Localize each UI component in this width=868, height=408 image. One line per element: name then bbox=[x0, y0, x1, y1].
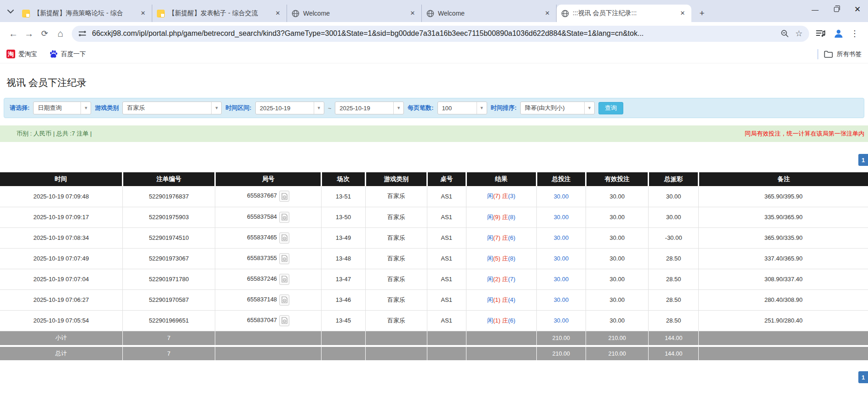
cell-time: 2025-10-19 07:09:17 bbox=[0, 207, 122, 227]
banker-label: 庄 bbox=[502, 276, 508, 283]
banker-score: (6) bbox=[508, 317, 516, 324]
browser-tab-5[interactable]: :::视讯 会员下注纪录:::✕ bbox=[557, 5, 691, 22]
table-row: 2025-10-19 07:06:27522901970587655837148… bbox=[0, 289, 868, 310]
url-text[interactable]: 66cxkj98.com/ipl/portal.php/game/betreco… bbox=[92, 29, 774, 38]
total-bet-link[interactable]: 30.00 bbox=[554, 317, 569, 324]
all-bookmarks-button[interactable]: 所有书签 bbox=[824, 50, 862, 58]
player-label: 闲 bbox=[487, 255, 493, 262]
cell-session: 13-48 bbox=[321, 248, 365, 269]
grand-total-row: 总计7210.00210.00144.00 bbox=[0, 346, 868, 361]
player-score: (5) bbox=[493, 255, 502, 262]
column-header-9: 有效投注 bbox=[586, 172, 649, 186]
cell-valid-bet: 30.00 bbox=[586, 310, 649, 331]
cell-valid-bet: 30.00 bbox=[586, 207, 649, 227]
cell-note: 280.40/308.90 bbox=[699, 289, 868, 310]
cell-valid-bet: 30.00 bbox=[586, 269, 649, 289]
video-replay-icon[interactable] bbox=[279, 253, 289, 264]
bookmark-item-aitaobao[interactable]: 淘 爱淘宝 bbox=[6, 50, 37, 58]
per-page-select[interactable]: 100 ▼ bbox=[437, 102, 487, 114]
video-replay-icon[interactable] bbox=[279, 232, 289, 244]
tab-close-icon[interactable]: ✕ bbox=[274, 9, 282, 17]
page-title: 视讯 会员下注纪录 bbox=[6, 76, 868, 89]
new-tab-button[interactable]: + bbox=[696, 7, 708, 19]
forward-icon[interactable]: → bbox=[21, 26, 37, 41]
cell-result: 闲(7) 庄(3) bbox=[466, 186, 536, 207]
url-bar[interactable]: 66cxkj98.com/ipl/portal.php/game/betreco… bbox=[72, 26, 809, 42]
banker-label: 庄 bbox=[502, 214, 508, 221]
query-type-select[interactable]: 日期查询 ▼ bbox=[33, 102, 91, 114]
close-window-button[interactable]: ✕ bbox=[847, 0, 868, 18]
total-bet-link[interactable]: 30.00 bbox=[554, 193, 569, 200]
tab-close-icon[interactable]: ✕ bbox=[139, 9, 147, 17]
round-id-text: 655837465 bbox=[247, 234, 277, 241]
search-button[interactable]: 查询 bbox=[598, 102, 623, 114]
column-header-2: 注单编号 bbox=[122, 172, 215, 186]
zoom-out-icon[interactable] bbox=[781, 29, 789, 38]
cell-table-no: AS1 bbox=[427, 227, 466, 248]
select-type-label: 请选择: bbox=[10, 104, 29, 112]
browser-tab-4[interactable]: Welcome✕ bbox=[422, 5, 557, 22]
tab-close-icon[interactable]: ✕ bbox=[678, 9, 687, 17]
page-number-button[interactable]: 1 bbox=[858, 154, 868, 166]
media-controls-icon[interactable] bbox=[816, 29, 826, 38]
date-to-select[interactable]: 2025-10-19 ▼ bbox=[335, 102, 404, 114]
tab-close-icon[interactable]: ✕ bbox=[408, 9, 417, 17]
back-icon[interactable]: ← bbox=[6, 26, 21, 41]
table-row: 2025-10-19 07:07:04522901971780655837246… bbox=[0, 269, 868, 289]
video-replay-icon[interactable] bbox=[279, 212, 289, 223]
table-row: 2025-10-19 07:07:49522901973067655837355… bbox=[0, 248, 868, 269]
cell-round-id: 655837246 bbox=[215, 269, 321, 289]
cell-session: 13-51 bbox=[321, 186, 365, 207]
column-header-6: 桌号 bbox=[427, 172, 466, 186]
currency-summary-text: 币别 : 人民币 | 总共 :7 注单 | bbox=[0, 130, 92, 138]
total-bet-link[interactable]: 30.00 bbox=[554, 276, 569, 283]
reload-icon[interactable]: ⟳ bbox=[37, 26, 52, 41]
video-replay-icon[interactable] bbox=[279, 191, 289, 202]
cell-payout: -30.00 bbox=[649, 227, 699, 248]
player-score: (7) bbox=[493, 193, 502, 199]
browser-tab-1[interactable]: 【新提醒】海燕策略论坛 - 综合✕ bbox=[17, 5, 152, 22]
page-number-button[interactable]: 1 bbox=[858, 371, 868, 383]
cell-payout: 28.50 bbox=[649, 289, 699, 310]
total-bet-link[interactable]: 30.00 bbox=[554, 296, 569, 303]
total-bet-link[interactable]: 30.00 bbox=[554, 234, 569, 241]
time-sort-select[interactable]: 降幂(由大到小) ▼ bbox=[520, 102, 595, 114]
banker-score: (8) bbox=[508, 255, 516, 262]
date-from-select[interactable]: 2025-10-19 ▼ bbox=[255, 102, 324, 114]
cell-valid-bet: 30.00 bbox=[586, 289, 649, 310]
column-header-1: 时间 bbox=[0, 172, 122, 186]
round-id-text: 655837667 bbox=[247, 193, 277, 199]
minimize-button[interactable]: — bbox=[805, 0, 826, 18]
totals-cell-8: 210.00 bbox=[536, 331, 586, 346]
folder-icon bbox=[824, 51, 833, 58]
video-replay-icon[interactable] bbox=[279, 295, 289, 306]
site-info-icon[interactable] bbox=[78, 30, 86, 37]
bookmark-item-baidu[interactable]: 百度一下 bbox=[49, 50, 86, 58]
tab-close-icon[interactable]: ✕ bbox=[543, 9, 552, 17]
video-replay-icon[interactable] bbox=[279, 315, 289, 326]
browser-tab-2[interactable]: 【新提醒】发表帖子 - 综合交流✕ bbox=[152, 5, 287, 22]
game-type-select[interactable]: 百家乐 ▼ bbox=[122, 102, 222, 114]
total-bet-link[interactable]: 30.00 bbox=[554, 214, 569, 221]
cell-game: 百家乐 bbox=[365, 207, 427, 227]
totals-cell-2: 7 bbox=[122, 346, 215, 361]
cell-game: 百家乐 bbox=[365, 269, 427, 289]
totals-cell-8: 210.00 bbox=[536, 346, 586, 361]
tab-search-chevron-icon[interactable] bbox=[6, 6, 16, 17]
bookmark-star-icon[interactable]: ☆ bbox=[795, 28, 803, 39]
video-replay-icon[interactable] bbox=[279, 274, 289, 285]
total-bet-link[interactable]: 30.00 bbox=[554, 255, 569, 262]
browser-tab-3[interactable]: Welcome✕ bbox=[287, 5, 422, 22]
banker-label: 庄 bbox=[502, 234, 508, 241]
browser-menu-kebab-icon[interactable]: ⋮ bbox=[847, 28, 862, 39]
table-row: 2025-10-19 07:09:48522901976837655837667… bbox=[0, 186, 868, 207]
cell-game: 百家乐 bbox=[365, 310, 427, 331]
tab-title: 【新提醒】海燕策略论坛 - 综合 bbox=[34, 9, 135, 17]
cell-game: 百家乐 bbox=[365, 186, 427, 207]
profile-avatar-icon[interactable] bbox=[833, 28, 844, 39]
all-bookmarks-label: 所有书签 bbox=[837, 50, 862, 58]
bet-records-table: 时间注单编号局号场次游戏类别桌号结果总投注有效投注总派彩备注 2025-10-1… bbox=[0, 172, 868, 362]
maximize-button[interactable] bbox=[826, 0, 847, 18]
cell-time: 2025-10-19 07:06:27 bbox=[0, 289, 122, 310]
home-icon[interactable]: ⌂ bbox=[52, 26, 68, 41]
